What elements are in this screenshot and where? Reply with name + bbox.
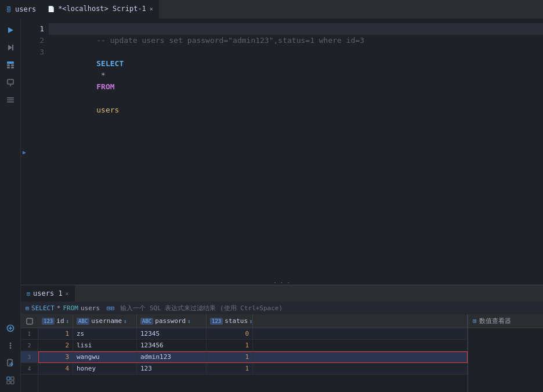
data-table: 123 id ↕ ABC username ↕ ABC password: [38, 314, 468, 392]
row-icon-3[interactable]: 3: [21, 351, 38, 363]
script-tab-close[interactable]: ×: [150, 6, 153, 12]
table-row[interactable]: 2 lisi 123456 1: [38, 340, 468, 351]
col-id-type: 123: [42, 318, 55, 325]
col-id-sort[interactable]: ↕: [66, 318, 69, 324]
row-icons-column: 1 2 3 4: [21, 314, 38, 392]
col-password-name: password: [155, 317, 186, 325]
script-tab-icon: 📄: [48, 6, 55, 12]
col-username-sort[interactable]: ↕: [124, 318, 126, 324]
tab-users[interactable]: 🗄 users: [0, 0, 42, 19]
col-header-password[interactable]: ABC password ↕: [137, 314, 207, 328]
svg-rect-23: [7, 377, 10, 380]
query-bar-sep: ⊟⊟: [107, 304, 114, 312]
col-username-type: ABC: [77, 318, 89, 325]
row-icon-header: [21, 314, 38, 328]
cell-id-3: 3: [38, 351, 73, 362]
svg-point-18: [9, 347, 11, 349]
code-editor[interactable]: ▶ 1 2 3 -- update users set password="ad…: [21, 19, 543, 281]
col-header-id[interactable]: 123 id ↕: [38, 314, 73, 328]
left-sidebar: [0, 19, 21, 392]
svg-rect-24: [11, 377, 14, 380]
result-tab-icon: ⊞: [27, 291, 30, 297]
code-line-3: SELECT * FROM users: [49, 46, 543, 58]
sidebar-bottom-file-icon[interactable]: [2, 355, 19, 371]
cell-status-4: 1: [207, 363, 253, 374]
svg-rect-4: [7, 64, 10, 66]
svg-point-17: [9, 345, 11, 347]
tab-script[interactable]: 📄 *<localhost> Script-1 ×: [42, 0, 159, 19]
sidebar-bottom-dots-icon[interactable]: [2, 337, 19, 354]
query-bar-table: users: [81, 304, 100, 312]
svg-marker-0: [8, 27, 13, 33]
svg-rect-10: [7, 97, 14, 99]
svg-rect-3: [7, 61, 14, 64]
svg-rect-27: [27, 318, 32, 324]
table-row[interactable]: 1 zs 12345 0: [38, 328, 468, 340]
sidebar-bottom-add-icon[interactable]: [2, 320, 19, 336]
sidebar-run-icon[interactable]: [2, 22, 19, 38]
svg-rect-25: [7, 381, 10, 384]
col-header-username[interactable]: ABC username ↕: [73, 314, 137, 328]
script-tab-label: *<localhost> Script-1: [58, 5, 146, 13]
cell-id-4: 4: [38, 363, 73, 374]
main-layout: ▶ 1 2 3 -- update users set password="ad…: [0, 19, 543, 392]
line-numbers: 1 2 3: [28, 19, 49, 281]
title-bar: 🗄 users 📄 *<localhost> Script-1 ×: [0, 0, 543, 19]
cell-status-3: 1: [207, 351, 253, 362]
row-icon-1[interactable]: 1: [21, 328, 38, 340]
col-status-type: 123: [210, 318, 223, 325]
users-tab-icon: 🗄: [6, 6, 12, 13]
table-row[interactable]: 4 honey 123 1: [38, 363, 468, 375]
editor-area: ▶ 1 2 3 -- update users set password="ad…: [21, 19, 543, 392]
comment-text: -- update users set password="admin123",…: [96, 36, 364, 45]
query-bar-from: FROM: [63, 304, 78, 312]
query-bar-hint: 输入一个 SQL 表达式来过滤结果 (使用 Ctrl+Space): [120, 304, 283, 313]
cell-empty-4: [253, 363, 468, 374]
arrow-line1: ▶: [22, 147, 27, 158]
right-panel-header: ⊞ 数值查看器: [468, 314, 543, 328]
cell-username-2: lisi: [73, 340, 137, 351]
query-bar-select: SELECT: [31, 304, 55, 312]
row-icon-2[interactable]: 2: [21, 340, 38, 351]
svg-point-16: [9, 343, 11, 344]
row-icon-4[interactable]: 4: [21, 363, 38, 375]
code-content[interactable]: -- update users set password="admin123",…: [49, 19, 543, 281]
sidebar-settings-icon[interactable]: [2, 92, 19, 108]
query-bar-prefix: ⊞: [26, 305, 29, 311]
query-bar-star: *: [57, 304, 61, 312]
result-tabs: ⊞ users 1 ×: [21, 285, 543, 302]
col-username-name: username: [91, 317, 122, 325]
svg-marker-1: [8, 45, 12, 50]
result-panel: ⊞ users 1 × ⊞ SELECT * FROM users ⊟⊟ 输入一…: [21, 285, 543, 392]
cell-username-3: wangwu: [73, 351, 137, 362]
cell-password-4: 123: [137, 363, 207, 374]
sidebar-run2-icon[interactable]: [2, 39, 19, 56]
sidebar-bottom-grid-icon[interactable]: [2, 372, 19, 389]
col-status-sort[interactable]: ↕: [249, 318, 252, 324]
svg-rect-12: [7, 101, 14, 103]
cell-status-2: 1: [207, 340, 253, 351]
line-num-1: 1: [39, 23, 44, 35]
col-password-type: ABC: [140, 318, 153, 325]
right-panel-label: 数值查看器: [479, 317, 511, 325]
space-text: [96, 94, 101, 103]
result-tab-close[interactable]: ×: [66, 291, 69, 297]
table-row-selected[interactable]: 3 wangwu admin123 1: [38, 351, 468, 363]
result-tab-users1[interactable]: ⊞ users 1 ×: [21, 285, 75, 302]
svg-rect-8: [8, 79, 13, 84]
users-tab-label: users: [15, 5, 36, 13]
line-num-3: 3: [39, 46, 44, 58]
col-header-status[interactable]: 123 status ↕: [207, 314, 253, 328]
col-status-name: status: [225, 317, 248, 325]
svg-rect-11: [7, 100, 14, 101]
svg-rect-5: [11, 64, 14, 66]
cell-id-2: 2: [38, 340, 73, 351]
result-tab-label: users 1: [33, 289, 63, 297]
col-password-sort[interactable]: ↕: [187, 318, 190, 324]
table-body: 1 zs 12345 0 2 lisi 123456 1: [38, 328, 468, 392]
sidebar-table-icon[interactable]: [2, 57, 19, 73]
cell-password-2: 123456: [137, 340, 207, 351]
line-arrows: ▶: [21, 19, 28, 281]
sidebar-export-icon[interactable]: [2, 74, 19, 90]
cell-empty-3: [253, 351, 468, 362]
